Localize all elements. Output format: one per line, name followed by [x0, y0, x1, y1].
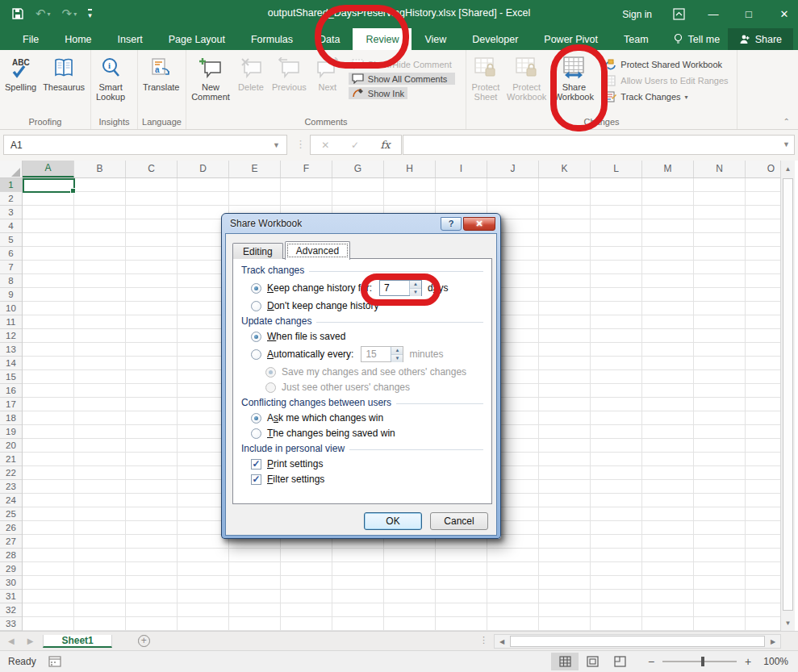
column-header[interactable]: K: [539, 161, 591, 177]
ribbon-tab[interactable]: Page Layout: [156, 28, 238, 50]
page-break-preview-button[interactable]: [606, 653, 633, 670]
dialog-tab[interactable]: Editing: [232, 243, 283, 259]
expand-formula-bar-icon[interactable]: ▼: [783, 140, 790, 148]
show-ink-button[interactable]: Show Ink: [349, 87, 407, 99]
column-header[interactable]: M: [642, 161, 694, 177]
radio-when-file-saved[interactable]: When file is saved: [251, 331, 483, 342]
row-header[interactable]: 27: [0, 535, 22, 549]
ribbon-tab[interactable]: Home: [52, 28, 104, 50]
spelling-button[interactable]: ABC Spelling: [2, 52, 40, 92]
dialog-tab[interactable]: Advanced: [285, 241, 350, 260]
collapse-ribbon-icon[interactable]: ⌃: [783, 117, 790, 126]
show-all-comments-button[interactable]: Show All Comments: [349, 73, 455, 85]
ribbon-tab[interactable]: Insert: [105, 28, 156, 50]
vertical-scrollbar-thumb[interactable]: [783, 178, 793, 611]
dialog-help-button[interactable]: ?: [441, 217, 462, 231]
zoom-slider-handle[interactable]: [701, 657, 704, 666]
row-header[interactable]: 11: [0, 315, 22, 329]
row-header[interactable]: 23: [0, 480, 22, 494]
ribbon-display-options-icon[interactable]: [673, 8, 685, 20]
sign-in-link[interactable]: Sign in: [622, 9, 652, 20]
ribbon-tab[interactable]: View: [412, 28, 459, 50]
row-header[interactable]: 4: [0, 219, 22, 233]
close-button[interactable]: ✕: [777, 8, 792, 20]
row-header[interactable]: 24: [0, 494, 22, 507]
zoom-level[interactable]: 100%: [756, 656, 792, 667]
tab-bar-splitter[interactable]: ⋮: [479, 635, 488, 645]
row-header[interactable]: 20: [0, 439, 22, 453]
allow-users-edit-ranges-button[interactable]: Allow Users to Edit Ranges: [601, 74, 731, 87]
horizontal-scrollbar-thumb[interactable]: [510, 636, 765, 647]
name-box[interactable]: A1 ▼: [3, 135, 287, 155]
cancel-formula-icon[interactable]: ✕: [321, 140, 329, 151]
scroll-left-icon[interactable]: ◀: [495, 638, 509, 645]
active-cell-A1[interactable]: [23, 178, 75, 193]
zoom-out-icon[interactable]: −: [643, 655, 659, 668]
previous-comment-button[interactable]: Previous: [269, 52, 310, 92]
column-header[interactable]: D: [178, 161, 229, 177]
new-sheet-button[interactable]: +: [138, 632, 150, 650]
row-header[interactable]: 10: [0, 302, 22, 315]
new-comment-button[interactable]: New Comment: [188, 52, 233, 102]
sheet-nav-left-icon[interactable]: ◀: [8, 637, 15, 645]
protect-workbook-button[interactable]: Protect Workbook: [503, 52, 549, 102]
dialog-close-button[interactable]: ✕: [463, 217, 495, 231]
row-header[interactable]: 5: [0, 233, 22, 247]
radio-icon[interactable]: [251, 428, 261, 439]
scroll-up-icon[interactable]: ▲: [781, 161, 795, 177]
column-header[interactable]: A: [23, 161, 74, 177]
column-header[interactable]: L: [591, 161, 642, 177]
insert-function-icon[interactable]: fx: [381, 139, 391, 151]
macro-record-icon[interactable]: [48, 656, 61, 667]
thesaurus-button[interactable]: Thesaurus: [40, 52, 88, 92]
row-header[interactable]: 12: [0, 329, 22, 343]
column-header[interactable]: E: [229, 161, 281, 177]
protect-sheet-button[interactable]: Protect Sheet: [468, 52, 503, 102]
row-header[interactable]: 13: [0, 343, 22, 357]
ribbon-tab[interactable]: File: [10, 28, 52, 50]
row-header[interactable]: 9: [0, 288, 22, 302]
enter-formula-icon[interactable]: ✓: [351, 140, 359, 151]
column-header[interactable]: B: [74, 161, 126, 177]
delete-comment-button[interactable]: Delete: [233, 52, 269, 92]
ribbon-tab[interactable]: Team: [611, 28, 662, 50]
row-header[interactable]: 32: [0, 603, 22, 617]
column-header[interactable]: G: [332, 161, 384, 177]
dialog-title-bar[interactable]: Share Workbook ? ✕: [225, 214, 497, 233]
minimize-button[interactable]: —: [706, 8, 721, 20]
formula-input[interactable]: [403, 135, 795, 155]
column-header[interactable]: C: [126, 161, 178, 177]
column-header[interactable]: J: [487, 161, 539, 177]
horizontal-scrollbar[interactable]: ◀ ▶: [494, 634, 781, 649]
radio-ask-me[interactable]: Ask me which changes win: [251, 412, 483, 424]
row-header[interactable]: 18: [0, 411, 22, 425]
row-header[interactable]: 2: [0, 192, 22, 206]
row-header[interactable]: 8: [0, 274, 22, 288]
row-header[interactable]: 31: [0, 590, 22, 603]
row-header[interactable]: 25: [0, 507, 22, 521]
normal-view-button[interactable]: [551, 653, 579, 670]
column-header[interactable]: H: [384, 161, 436, 177]
row-header[interactable]: 21: [0, 453, 22, 466]
checkbox-filter-settings[interactable]: ✓ Filter settings: [251, 474, 483, 485]
select-all-corner[interactable]: [0, 161, 23, 178]
share-button[interactable]: Share: [728, 28, 793, 50]
column-header[interactable]: F: [281, 161, 332, 177]
cancel-button[interactable]: Cancel: [430, 512, 488, 530]
row-header[interactable]: 22: [0, 466, 22, 480]
zoom-slider[interactable]: [662, 661, 737, 662]
row-header[interactable]: 29: [0, 562, 22, 576]
row-header[interactable]: 15: [0, 370, 22, 384]
row-header[interactable]: 6: [0, 247, 22, 261]
column-header[interactable]: I: [436, 161, 487, 177]
checkbox-icon[interactable]: ✓: [251, 474, 261, 485]
track-changes-button[interactable]: Track Changes ▾: [601, 90, 731, 103]
row-header[interactable]: 7: [0, 261, 22, 274]
scroll-right-icon[interactable]: ▶: [766, 638, 780, 645]
sheet-nav-right-icon[interactable]: ▶: [27, 637, 34, 645]
radio-changes-saved-win[interactable]: The changes being saved win: [251, 428, 483, 439]
radio-icon[interactable]: [251, 283, 261, 294]
row-header[interactable]: 16: [0, 384, 22, 398]
sheet-tab[interactable]: Sheet1: [43, 635, 111, 648]
radio-icon[interactable]: [251, 332, 261, 342]
